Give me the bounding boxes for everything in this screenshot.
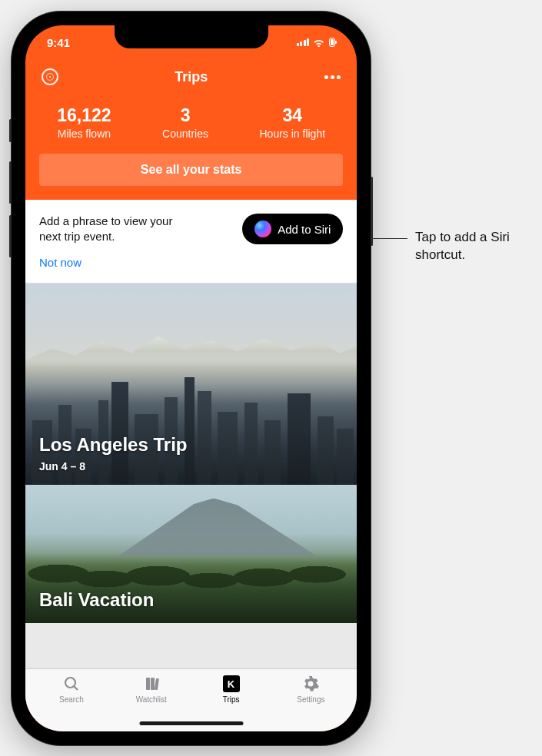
page-title: Trips — [175, 69, 208, 85]
stat-hours: 34 Hours in flight — [259, 105, 325, 140]
status-time: 9:41 — [47, 36, 70, 49]
trip-title: Los Angeles Trip — [39, 434, 343, 456]
svg-rect-2 — [146, 678, 150, 690]
search-icon — [62, 674, 81, 694]
trip-title: Bali Vacation — [39, 589, 343, 611]
svg-rect-4 — [155, 678, 159, 690]
stat-miles: 16,122 Miles flown — [57, 105, 111, 140]
callout-text: Tap to add a Siri shortcut. — [415, 229, 530, 264]
cellular-icon — [297, 38, 310, 46]
trip-dates: Jun 4 – 8 — [39, 460, 343, 472]
home-indicator[interactable] — [139, 721, 243, 725]
trip-card-la[interactable]: Los Angeles Trip Jun 4 – 8 — [25, 284, 357, 485]
tab-label: Watchlist — [136, 695, 167, 704]
stat-value: 16,122 — [57, 105, 111, 126]
nav-bar: Trips — [25, 59, 357, 94]
phone-device: 9:41 Trips 16,122 Miles flown 3 — [12, 12, 371, 745]
svg-line-1 — [74, 686, 78, 690]
wifi-icon — [313, 38, 324, 46]
trips-icon: K — [221, 674, 241, 694]
tab-label: Settings — [297, 695, 324, 704]
more-icon[interactable] — [323, 68, 341, 86]
stat-label: Miles flown — [57, 128, 111, 140]
stat-label: Countries — [162, 128, 208, 140]
stat-value: 3 — [162, 105, 208, 126]
radar-icon[interactable] — [41, 68, 59, 86]
stat-label: Hours in flight — [259, 128, 325, 140]
trip-card-bali[interactable]: Bali Vacation — [25, 485, 357, 623]
siri-button-label: Add to Siri — [278, 223, 331, 236]
stat-value: 34 — [259, 105, 325, 126]
content-area[interactable]: Add a phrase to view your next trip even… — [25, 200, 357, 668]
stat-countries: 3 Countries — [162, 105, 208, 140]
not-now-link[interactable]: Not now — [39, 256, 178, 269]
add-to-siri-button[interactable]: Add to Siri — [242, 214, 343, 244]
notch — [115, 25, 268, 48]
stats-row: 16,122 Miles flown 3 Countries 34 Hours … — [25, 94, 357, 154]
callout: Tap to add a Siri shortcut. — [371, 229, 530, 264]
gear-icon — [301, 674, 321, 694]
tab-settings[interactable]: Settings — [271, 674, 351, 731]
siri-prompt: Add a phrase to view your next trip even… — [39, 214, 178, 245]
tab-label: Trips — [223, 695, 240, 704]
battery-icon — [329, 38, 336, 47]
callout-line — [371, 238, 407, 239]
svg-rect-3 — [151, 678, 155, 690]
tab-search[interactable]: Search — [32, 674, 111, 731]
status-indicators — [297, 38, 336, 47]
svg-point-0 — [65, 678, 75, 688]
tab-label: Search — [59, 695, 84, 704]
see-stats-button[interactable]: See all your stats — [39, 154, 343, 186]
watchlist-icon — [141, 674, 161, 694]
screen: 9:41 Trips 16,122 Miles flown 3 — [25, 25, 357, 731]
siri-card: Add a phrase to view your next trip even… — [25, 200, 357, 284]
siri-icon — [254, 220, 271, 237]
